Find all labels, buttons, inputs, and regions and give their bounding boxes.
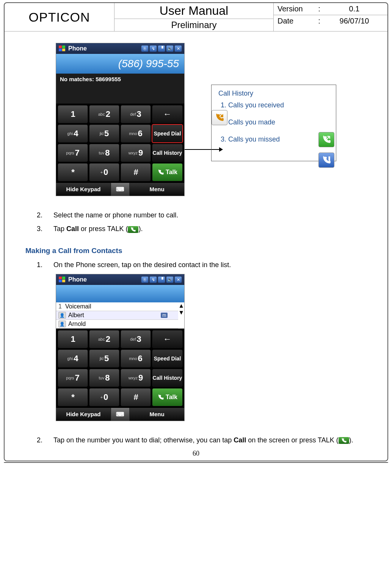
svg-rect-9 [62,280,65,282]
keypad: 1 abc2 def3 ← ghi4 jkl5 mno6 Speed Dial … [56,329,184,408]
bottom-rule [4,462,388,463]
softkey-hide-keypad[interactable]: Hide Keypad [56,408,111,421]
key-8[interactable]: tuv8 [89,144,119,162]
titlebar-text: Phone [68,276,140,283]
status-icon[interactable]: ⎘ [141,45,149,52]
doc-subtitle: Preliminary [114,19,273,31]
sync-icon[interactable]: ↯ [149,276,157,283]
key-talk[interactable]: Talk [152,388,183,406]
svg-rect-0 [59,46,62,48]
signal-icon[interactable]: ▝ [158,45,165,52]
date-value: 96/07/10 [325,17,384,25]
received-call-icon [212,110,227,125]
step-num: 1. [37,259,53,271]
key-4[interactable]: ghi4 [58,124,88,143]
close-icon[interactable]: ✕ [174,45,182,52]
key-hash[interactable]: # [121,388,151,406]
svg-rect-8 [59,280,62,282]
key-talk[interactable]: Talk [152,163,183,181]
signal-icon[interactable]: ▝ [158,276,165,283]
version-label: Version [278,5,314,13]
svg-rect-2 [59,49,62,51]
key-3[interactable]: def3 [121,105,151,123]
key-6[interactable]: mno6 [121,124,151,143]
step-text: Select the name or phone number to call. [53,209,367,221]
key-9[interactable]: wxyz9 [121,144,151,162]
steps-block-b: 1. On the Phone screen, tap on the desir… [37,259,367,271]
windows-flag-icon[interactable] [58,45,66,52]
step-text: On the Phone screen, tap on the desired … [53,259,367,271]
callout-item-made: Calls you made [228,118,329,126]
scroll-up-icon[interactable]: ▲ [178,302,184,309]
svg-rect-1 [62,46,65,48]
missed-call-icon [318,153,334,168]
version-value: 0.1 [325,5,384,13]
key-7[interactable]: pqrs7 [58,369,88,387]
call-history-callout: Call History Calls you received Calls yo… [211,85,336,161]
key-4[interactable]: ghi4 [58,349,88,368]
key-1[interactable]: 1 [58,330,88,348]
key-backspace[interactable]: ← [152,105,183,123]
contact-name: Albert [68,312,84,319]
status-icon[interactable]: ⎘ [141,276,149,283]
key-7[interactable]: pqrs7 [58,144,88,162]
volume-icon[interactable]: 🔊 [166,45,174,52]
key-2[interactable]: abc2 [89,330,119,348]
key-2[interactable]: abc2 [89,105,119,123]
scrollbar[interactable]: ▲ ▼ [178,302,184,329]
blank-area [56,85,184,104]
close-icon[interactable]: ✕ [174,276,182,283]
contact-card-icon: 👤 [58,312,66,319]
key-star[interactable]: * [58,163,88,181]
callout-item-missed: Calls you missed [228,135,329,143]
windows-flag-icon[interactable] [58,276,66,283]
key-3[interactable]: def3 [121,330,151,348]
colon: : [314,5,325,13]
scroll-down-icon[interactable]: ▼ [178,309,184,316]
doc-title: User Manual [114,3,273,19]
softkey-keyboard-icon[interactable]: ⌨ [111,183,130,196]
phone-screenshot-2: Phone ⎘ ↯ ▝ 🔊 ✕ 1 Voicemail 👤 Albert [56,274,185,421]
key-0[interactable]: +0 [89,388,119,406]
softkey-keyboard-icon[interactable]: ⌨ [111,408,130,421]
contact-row-arnold[interactable]: 👤 Arnold [56,320,178,329]
phone-screenshot-1: Phone ⎘ ↯ ▝ 🔊 ✕ (586) 995-55 No matches:… [56,43,185,196]
key-8[interactable]: tuv8 [89,369,119,387]
svg-rect-3 [62,49,65,51]
sync-icon[interactable]: ↯ [149,45,157,52]
key-star[interactable]: * [58,388,88,406]
callout-item-received: Calls you received [228,101,329,109]
contact-row-voicemail[interactable]: 1 Voicemail [56,302,178,311]
steps-block-a: 2. Select the name or phone number to ca… [37,209,367,235]
number-display-empty [56,285,184,302]
key-hash[interactable]: # [121,163,151,181]
key-5[interactable]: jkl5 [89,349,119,368]
key-call-history[interactable]: Call History [152,144,183,162]
volume-icon[interactable]: 🔊 [166,276,174,283]
colon: : [314,17,325,25]
contact-row-albert[interactable]: 👤 Albert m [56,311,178,320]
svg-rect-4 [328,156,330,160]
keypad: 1 abc2 def3 ← ghi4 jkl5 mno6 Speed Dial … [56,104,184,183]
softkey-menu[interactable]: Menu [130,408,184,421]
step-num: 3. [37,223,53,235]
key-backspace[interactable]: ← [152,330,183,348]
key-5[interactable]: jkl5 [89,124,119,143]
step-num: 2. [37,434,53,446]
contact-name: Voicemail [65,303,91,310]
key-speed-dial[interactable]: Speed Dial [152,349,183,368]
key-6[interactable]: mno6 [121,349,151,368]
key-1[interactable]: 1 [58,105,88,123]
page-number: 60 [25,450,367,458]
softkey-hide-keypad[interactable]: Hide Keypad [56,183,111,196]
key-0[interactable]: +0 [89,163,119,181]
svg-rect-6 [59,277,62,279]
key-call-history[interactable]: Call History [152,369,183,387]
key-9[interactable]: wxyz9 [121,369,151,387]
contact-type-badge: m [161,313,168,318]
contact-card-icon: 👤 [58,321,66,327]
key-speed-dial[interactable]: Speed Dial [152,124,183,143]
brand: OPTICON [5,3,114,31]
steps-block-c: 2. Tap on the number you want to dial; o… [37,434,367,446]
softkey-menu[interactable]: Menu [130,183,184,196]
